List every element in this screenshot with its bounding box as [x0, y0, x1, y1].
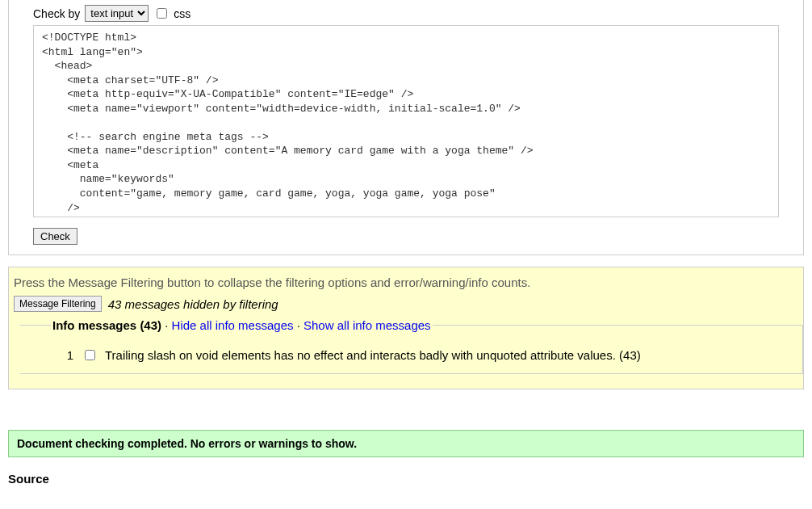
hide-all-link[interactable]: Hide all info messages	[172, 318, 294, 332]
info-message-row: 1 Trailing slash on void elements has no…	[30, 348, 793, 362]
info-count-label: Info messages (43)	[52, 318, 161, 332]
completion-banner: Document checking completed. No errors o…	[8, 430, 804, 457]
source-heading: Source	[8, 472, 804, 486]
hidden-messages-count: 43 messages hidden by filtering	[108, 297, 278, 311]
show-all-link[interactable]: Show all info messages	[303, 318, 431, 332]
check-by-select[interactable]: text input	[85, 5, 149, 22]
message-filtering-panel: Press the Message Filtering button to co…	[8, 267, 804, 389]
css-label: css	[174, 7, 190, 20]
source-input[interactable]	[33, 25, 779, 217]
check-button[interactable]: Check	[33, 228, 77, 245]
check-by-label: Check by	[33, 7, 80, 20]
input-form-section: Check by text input css Check	[8, 0, 804, 255]
info-messages-fieldset: Info messages (43) · Hide all info messa…	[20, 318, 803, 374]
info-message-text: Trailing slash on void elements has no e…	[105, 348, 641, 362]
css-checkbox[interactable]	[157, 8, 167, 19]
check-by-row: Check by text input css	[33, 5, 779, 22]
info-messages-legend: Info messages (43) · Hide all info messa…	[51, 318, 433, 332]
message-filtering-button[interactable]: Message Filtering	[14, 296, 102, 312]
filter-header-row: Message Filtering 43 messages hidden by …	[9, 296, 803, 312]
message-toggle-checkbox[interactable]	[85, 350, 95, 360]
filter-instruction: Press the Message Filtering button to co…	[9, 274, 803, 296]
row-number: 1	[64, 348, 73, 362]
